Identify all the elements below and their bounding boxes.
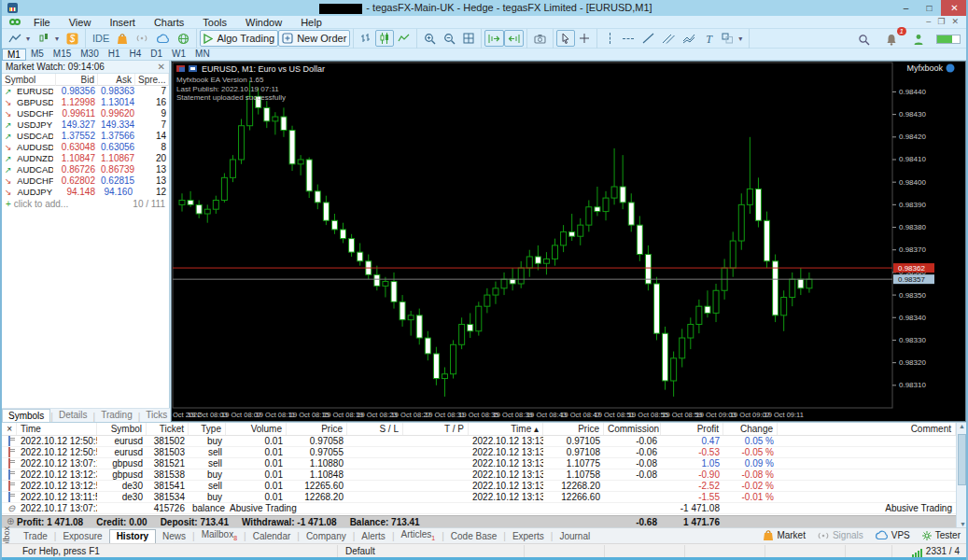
history-header[interactable]: ×TimeSymbolTicketTypeVolumePriceS / LT /… — [2, 423, 956, 436]
search-icon[interactable] — [854, 31, 874, 48]
mw-column-header[interactable]: Spre... — [135, 74, 169, 86]
chart-window[interactable]: 0.984400.984300.984200.984100.984000.983… — [171, 61, 966, 422]
ide-button[interactable]: IDE — [89, 30, 113, 47]
timeframe-d1[interactable]: D1 — [146, 49, 167, 61]
market-watch-close-icon[interactable]: ✕ — [158, 62, 165, 72]
history-column-header[interactable]: Time ▴ — [469, 423, 543, 435]
minimize-button[interactable]: – — [894, 0, 918, 16]
history-column-header[interactable]: S / L — [347, 423, 403, 435]
history-column-header[interactable]: Price — [543, 423, 604, 435]
menu-file[interactable]: File — [24, 16, 60, 29]
bar-chart-mode-icon[interactable] — [357, 30, 375, 47]
text-tool-icon[interactable]: T — [699, 30, 718, 47]
equidistant-channel-icon[interactable] — [679, 30, 699, 47]
tab-journal[interactable]: Journal — [553, 530, 596, 543]
history-balance-row[interactable]: ⊖2022.10.17 13:07:29415726balanceAbusive… — [2, 503, 956, 514]
timeframe-w1[interactable]: W1 — [167, 49, 190, 61]
market-watch-row[interactable]: ↘GBPUSD1.129981.1301416 — [2, 97, 169, 108]
timeframe-m5[interactable]: M5 — [26, 49, 49, 61]
tile-windows-icon[interactable] — [459, 30, 478, 47]
channel-icon[interactable] — [658, 30, 679, 47]
timeframe-h4[interactable]: H4 — [125, 49, 147, 61]
community-globe-icon[interactable] — [174, 30, 193, 47]
service-tester[interactable]: Tester — [921, 530, 961, 541]
market-watch-add-row[interactable]: +click to add... 10 / 111 — [2, 198, 169, 210]
tab-exposure[interactable]: Exposure — [56, 530, 108, 543]
history-trade-row[interactable]: 2022.10.12 12:50:58eurusd381503sell0.010… — [2, 447, 956, 458]
history-trade-row[interactable]: 2022.10.12 13:07:19gbpusd381521sell0.011… — [2, 458, 956, 469]
market-watch-row[interactable]: ↘AUDUSD0.630480.630568 — [2, 142, 169, 153]
history-trade-row[interactable]: 2022.10.12 13:12:50de30381541sell0.01122… — [2, 481, 956, 492]
chart-canvas[interactable]: 0.984400.984300.984200.984100.984000.983… — [172, 62, 965, 421]
mw-column-header[interactable]: Symbol — [2, 74, 56, 86]
mw-tab-trading[interactable]: Trading — [95, 409, 138, 422]
market-watch-header[interactable]: SymbolBidAskSpre... — [2, 74, 169, 86]
timeframe-m15[interactable]: M15 — [49, 49, 76, 61]
history-trade-row[interactable]: 2022.10.12 13:11:54de30381534buy0.011226… — [2, 492, 956, 503]
horizontal-line-icon[interactable] — [619, 30, 638, 47]
history-close-icon[interactable]: × — [2, 423, 17, 435]
auto-scroll-icon[interactable] — [504, 30, 524, 47]
menu-tools[interactable]: Tools — [193, 16, 236, 29]
market-watch-row[interactable]: ↗EURUSD0.983560.983637 — [2, 86, 169, 97]
close-button[interactable]: ✕ — [941, 0, 968, 16]
tab-experts[interactable]: Experts — [506, 530, 551, 543]
market-watch-row[interactable]: ↘USDCHF0.996110.996209 — [2, 108, 169, 119]
tab-company[interactable]: Company — [300, 530, 353, 543]
tab-articles[interactable]: Articles1 — [394, 528, 442, 543]
maximize-button[interactable]: □ — [918, 0, 941, 16]
tab-alerts[interactable]: Alerts — [355, 530, 392, 543]
new-order-button[interactable]: New Order — [278, 30, 350, 47]
menu-window[interactable]: Window — [236, 16, 291, 29]
notifications-icon[interactable]: 1 — [882, 31, 901, 48]
menu-insert[interactable]: Insert — [100, 16, 145, 29]
tab-code-base[interactable]: Code Base — [444, 530, 503, 543]
menu-help[interactable]: Help — [291, 16, 331, 29]
tab-mailbox[interactable]: Mailbox8 — [195, 528, 244, 543]
market-watch-row[interactable]: ↗USDJPY149.327149.3347 — [2, 119, 169, 131]
zoom-in-icon[interactable] — [420, 30, 440, 47]
crosshair-icon[interactable] — [575, 30, 594, 47]
tab-trade[interactable]: Trade — [17, 530, 54, 543]
history-column-header[interactable]: Type — [189, 423, 226, 435]
signals-icon[interactable] — [132, 30, 152, 47]
timeframe-m30[interactable]: M30 — [76, 49, 103, 61]
mw-tab-details[interactable]: Details — [53, 409, 93, 422]
chart-type-dropdown[interactable]: ▾ — [5, 30, 34, 47]
mw-column-header[interactable]: Ask — [98, 74, 135, 86]
service-vps[interactable]: VPS — [875, 530, 910, 540]
algo-trading-button[interactable]: Algo Trading — [200, 30, 278, 47]
community-user-icon[interactable] — [909, 31, 928, 48]
chart-template-dropdown[interactable]: ▾ — [34, 30, 63, 47]
timeframe-h1[interactable]: H1 — [104, 49, 125, 61]
screenshot-icon[interactable] — [530, 30, 550, 47]
menu-charts[interactable]: Charts — [145, 16, 193, 29]
mw-tab-ticks[interactable]: Ticks — [140, 409, 173, 422]
market-watch-row[interactable]: ↗USDCAD1.375521.3756614 — [2, 131, 169, 142]
vps-cloud-icon[interactable] — [152, 30, 174, 47]
chart-shift-icon[interactable] — [484, 30, 504, 47]
mw-column-header[interactable]: Bid — [56, 74, 98, 86]
market-bag-icon[interactable] — [113, 30, 132, 47]
vertical-line-icon[interactable] — [600, 30, 619, 47]
market-watch-row[interactable]: ↗AUDNZD1.108471.1086720 — [2, 153, 169, 164]
market-watch-row[interactable]: ↗AUDCAD0.867260.8673913 — [2, 164, 169, 175]
history-column-header[interactable]: T / P — [403, 423, 469, 435]
history-column-header[interactable]: Price — [287, 423, 347, 435]
line-chart-mode-icon[interactable] — [394, 30, 414, 47]
timeframe-mn[interactable]: MN — [190, 49, 215, 61]
child-restore-icon[interactable]: ❐ — [937, 17, 945, 26]
history-column-header[interactable]: Symbol — [97, 423, 147, 435]
tab-history[interactable]: History — [109, 529, 156, 543]
history-trade-row[interactable]: 2022.10.12 13:12:31gbpusd381538buy0.011.… — [2, 469, 956, 481]
tab-calendar[interactable]: Calendar — [246, 530, 298, 543]
history-column-header[interactable]: Comment — [778, 423, 956, 435]
cursor-icon[interactable] — [556, 30, 575, 47]
service-signals[interactable]: Signals — [817, 530, 863, 541]
history-column-header[interactable]: Profit — [661, 423, 723, 435]
timeframe-m1[interactable]: M1 — [2, 49, 26, 61]
history-column-header[interactable]: Commission — [604, 423, 661, 435]
chart-window-controls[interactable]: – ❐ ✕ — [926, 17, 959, 26]
trendline-icon[interactable] — [638, 30, 658, 47]
mw-tab-symbols[interactable]: Symbols — [2, 409, 50, 422]
